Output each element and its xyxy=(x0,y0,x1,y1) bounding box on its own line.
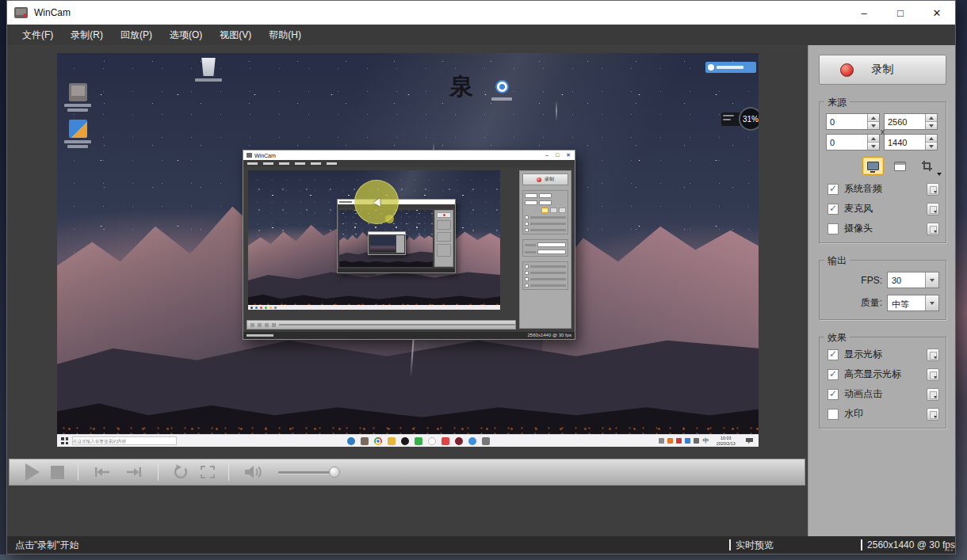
source-y-input[interactable]: 0 xyxy=(826,134,880,150)
dimension-separator: x xyxy=(881,127,885,136)
cursor-highlight-circle xyxy=(354,180,399,224)
capture-window-button[interactable] xyxy=(889,157,911,175)
fullscreen-button[interactable] xyxy=(201,466,215,478)
animate-clicks-row: 动画点击 xyxy=(827,388,939,400)
system-audio-row: 系统音频 xyxy=(827,183,939,195)
menubar: 文件(F) 录制(R) 回放(P) 选项(O) 视图(V) 帮助(H) xyxy=(7,25,955,45)
watermark-settings-button[interactable] xyxy=(927,408,939,421)
volume-button[interactable] xyxy=(243,464,265,480)
titlebar: WinCam – □ ✕ xyxy=(7,1,955,25)
effects-group: 效果 显示光标 高亮显示光标 动画点击 xyxy=(819,337,946,429)
skip-to-start-button[interactable] xyxy=(92,465,113,479)
watermark-row: 水印 xyxy=(827,408,939,420)
fullscreen-icon xyxy=(201,466,215,478)
animate-clicks-settings-button[interactable] xyxy=(927,388,939,401)
source-x-input[interactable]: 0 xyxy=(826,113,880,130)
source-group: 来源 0 2560 0 xyxy=(819,101,946,243)
nested-window-title: WinCam xyxy=(254,153,276,158)
play-button[interactable] xyxy=(25,463,40,481)
desktop-ink-art: 泉 xyxy=(449,70,473,103)
capture-monitor-button[interactable] xyxy=(862,157,884,175)
webcam-settings-button[interactable] xyxy=(927,223,939,235)
highlight-cursor-checkbox[interactable] xyxy=(827,369,839,380)
capture-region-button[interactable] xyxy=(916,157,938,175)
playback-bar xyxy=(9,459,805,486)
control-panel: 录制 来源 0 2560 xyxy=(808,45,955,536)
maximize-button[interactable]: □ xyxy=(882,1,919,25)
record-button[interactable]: 录制 xyxy=(819,55,946,85)
statusbar: 点击"录制"开始 实时预览 2560x1440 @ 30 fps xyxy=(7,536,955,554)
show-cursor-settings-button[interactable] xyxy=(927,349,939,361)
nested-status-capture-info: 2560x1440 @ 30 fps xyxy=(528,332,575,339)
app-logo-icon xyxy=(14,7,28,18)
close-button[interactable]: ✕ xyxy=(919,1,955,25)
menu-playback[interactable]: 回放(P) xyxy=(112,25,161,45)
menu-record[interactable]: 录制(R) xyxy=(62,25,112,45)
microphone-checkbox[interactable] xyxy=(827,204,839,215)
menu-file[interactable]: 文件(F) xyxy=(13,25,62,45)
quality-label: 质量: xyxy=(861,296,882,310)
window-icon xyxy=(894,162,906,171)
nested-wincam-window-level4 xyxy=(368,231,406,255)
watermark-checkbox[interactable] xyxy=(827,409,839,420)
desktop-icon-wincam xyxy=(59,83,96,112)
nested-wincam-window: WinCam – □ ✕ xyxy=(243,150,575,340)
minimize-button[interactable]: – xyxy=(846,1,882,25)
taskbar-app-icons xyxy=(347,437,490,445)
stop-button[interactable] xyxy=(51,466,64,479)
taskbar-search-box: 在这里输入你要搜索的内容 xyxy=(72,436,177,445)
skip-to-start-icon xyxy=(92,465,113,479)
output-group-title: 输出 xyxy=(824,254,850,268)
taskbar-clock: 10:03 2020/2/13 xyxy=(712,436,740,447)
menu-help[interactable]: 帮助(H) xyxy=(260,25,310,45)
highlight-cursor-settings-button[interactable] xyxy=(927,368,939,381)
system-audio-checkbox[interactable] xyxy=(827,184,839,195)
start-button-icon xyxy=(61,437,68,444)
nested-control-panel: 录制 xyxy=(519,170,571,329)
region-dropdown-arrow xyxy=(937,173,942,176)
status-preview-mode: 实时预览 xyxy=(736,539,861,552)
cloud-upload-badge xyxy=(705,62,756,73)
skip-to-end-button[interactable] xyxy=(124,465,144,479)
fps-label: FPS: xyxy=(861,275,882,286)
animate-clicks-checkbox[interactable] xyxy=(827,389,839,400)
menu-options[interactable]: 选项(O) xyxy=(161,25,211,45)
system-audio-settings-button[interactable] xyxy=(927,183,939,196)
window-title: WinCam xyxy=(34,7,71,18)
nested-app-logo-icon xyxy=(247,153,252,158)
workspace: 泉 31% WinCam xyxy=(7,45,808,536)
status-hint: 点击"录制"开始 xyxy=(15,539,79,552)
source-group-title: 来源 xyxy=(824,96,850,109)
microphone-row: 麦克风 xyxy=(827,203,939,215)
effects-group-title: 效果 xyxy=(824,331,850,345)
output-group: 输出 FPS: 30 质量: 中等 xyxy=(819,260,946,320)
skip-to-end-icon xyxy=(124,465,144,479)
live-preview-image: 泉 31% WinCam xyxy=(57,53,759,447)
desktop-icon-ring xyxy=(484,80,520,101)
source-width-input[interactable]: 2560 xyxy=(884,113,938,130)
restart-button[interactable] xyxy=(172,464,189,480)
menu-view[interactable]: 视图(V) xyxy=(211,25,260,45)
volume-icon xyxy=(243,464,265,480)
microphone-settings-button[interactable] xyxy=(927,203,939,215)
webcam-checkbox[interactable] xyxy=(827,223,839,234)
quality-dropdown[interactable]: 中等 xyxy=(887,295,939,311)
fps-dropdown[interactable]: 30 xyxy=(887,272,939,288)
volume-slider-thumb[interactable] xyxy=(329,467,340,478)
restart-icon xyxy=(172,464,189,480)
recycle-bin-icon xyxy=(190,58,227,82)
notification-icon xyxy=(746,438,753,444)
record-dot-icon xyxy=(840,63,854,77)
preview-taskbar: 在这里输入你要搜索的内容 xyxy=(57,434,759,447)
desktop-icon-app xyxy=(59,120,96,148)
show-cursor-row: 显示光标 xyxy=(827,349,939,360)
taskbar-tray: 中 10:03 2020/2/13 xyxy=(659,436,759,447)
show-cursor-checkbox[interactable] xyxy=(827,349,839,360)
battery-widget: 31% xyxy=(721,107,759,131)
battery-percent: 31% xyxy=(739,107,759,131)
record-button-label: 录制 xyxy=(872,63,894,77)
source-height-input[interactable]: 1440 xyxy=(884,134,938,150)
volume-slider[interactable] xyxy=(278,467,340,478)
highlight-cursor-row: 高亮显示光标 xyxy=(827,368,939,380)
monitor-icon xyxy=(867,162,879,170)
